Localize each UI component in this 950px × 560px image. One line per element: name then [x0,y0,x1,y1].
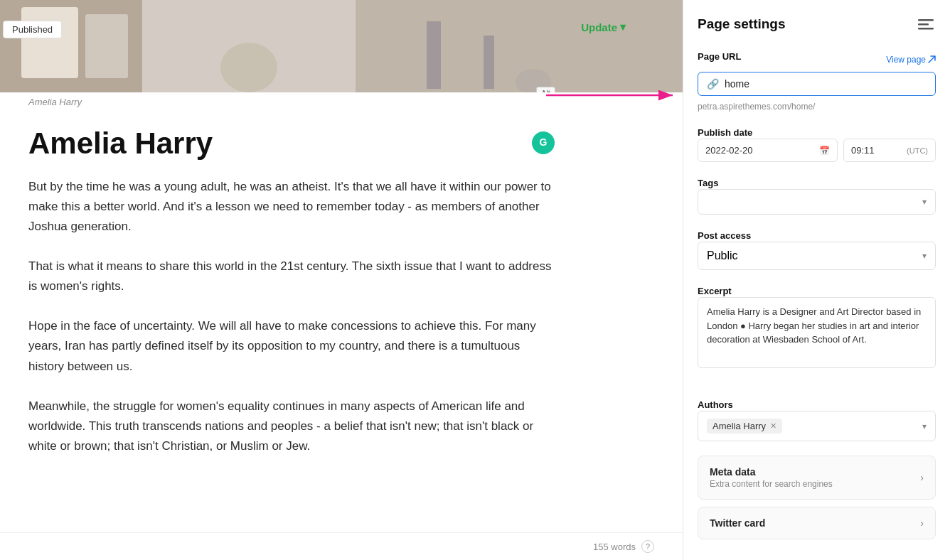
link-icon: 🔗 [707,78,719,90]
twitter-card-chevron: › [920,517,924,529]
author-remove-button[interactable]: ✕ [770,421,776,431]
meta-data-section[interactable]: Meta data Extra content for search engin… [698,456,936,500]
paragraph-4: Meanwhile, the struggle for women's equa… [28,397,555,456]
svg-rect-12 [918,19,934,21]
authors-section: Authors Amelia Harry ✕ ▾ [698,398,936,441]
svg-point-6 [220,43,277,92]
view-page-link[interactable]: View page [886,55,936,65]
meta-data-chevron: › [920,472,924,483]
twitter-card-left: Twitter card [710,517,765,529]
tags-label: Tags [698,178,718,188]
published-badge: Published [3,21,62,38]
calendar-icon: 📅 [819,146,830,156]
date-input[interactable]: 2022-02-20 📅 [698,139,838,162]
panel-title: Page settings [698,16,786,32]
word-count-bar: 155 words ? [0,532,683,560]
twitter-card-section[interactable]: Twitter card › [698,507,936,539]
authors-dropdown-arrow: ▾ [922,421,927,431]
grammarly-icon[interactable]: G [532,131,555,154]
excerpt-textarea[interactable]: Amelia Harry is a Designer and Art Direc… [698,297,936,368]
tags-dropdown[interactable]: ▾ [698,189,936,215]
svg-rect-13 [918,23,929,26]
url-input-wrapper[interactable]: 🔗 [698,72,936,96]
svg-rect-14 [918,28,934,30]
editor-content: Amelia Harry G But by the time he was a … [0,110,583,505]
page-url-label: Page URL [698,51,741,62]
post-title-area: Amelia Harry G [28,127,555,160]
post-access-dropdown[interactable]: Public ▾ [698,242,936,270]
author-tag: Amelia Harry ✕ [707,419,782,434]
excerpt-section: Excerpt Amelia Harry is a Designer and A… [698,284,936,385]
update-button[interactable]: Update ▾ [581,21,626,33]
publish-date-section: Publish date 2022-02-20 📅 09:11 (UTC) [698,126,936,162]
panel-header: Page settings [698,14,936,34]
time-input[interactable]: 09:11 (UTC) [843,139,936,162]
svg-rect-8 [484,36,494,89]
post-access-section: Post access Public ▾ [698,229,936,270]
post-title-text[interactable]: Amelia Harry [28,127,213,160]
twitter-card-title: Twitter card [710,517,765,529]
utc-label: (UTC) [907,146,928,155]
author-tag-name: Amelia Harry [712,421,766,431]
url-hint: petra.aspirethemes.com/home/ [698,102,936,112]
post-access-value: Public [707,249,738,262]
page-url-section: Page URL View page 🔗 petra.aspirethemes.… [698,51,936,112]
authors-label: Authors [698,399,733,410]
svg-rect-4 [21,7,78,78]
paragraph-2: That is what it means to share this worl… [28,257,555,296]
hero-image: Published Update ▾ Alt [0,0,683,92]
tags-section: Tags ▾ [698,176,936,215]
paragraph-3: Hope in the face of uncertainty. We will… [28,316,555,376]
url-input[interactable] [725,78,927,90]
svg-rect-5 [85,14,128,78]
arrow-annotation [546,87,681,104]
post-access-label: Post access [698,230,751,241]
word-count: 155 words [593,542,636,552]
meta-data-title: Meta data [710,466,833,478]
authors-dropdown[interactable]: Amelia Harry ✕ ▾ [698,411,936,441]
editor-area: Published Update ▾ Alt Amelia Harry Amel… [0,0,683,560]
paragraph-1: But by the time he was a young adult, he… [28,177,555,237]
settings-panel: Page settings Page URL View page 🔗 petra… [683,0,950,560]
meta-data-subtitle: Extra content for search engines [710,479,833,489]
date-row: 2022-02-20 📅 09:11 (UTC) [698,139,936,162]
post-access-arrow: ▾ [922,251,927,261]
tags-dropdown-arrow: ▾ [922,197,927,207]
svg-rect-7 [427,21,441,89]
update-button-area: Update ▾ [581,21,626,33]
page-url-header: Page URL View page [698,51,936,68]
meta-data-left: Meta data Extra content for search engin… [710,466,833,489]
excerpt-label: Excerpt [698,286,732,296]
publish-date-label: Publish date [698,127,752,138]
hero-image-placeholder [0,0,683,92]
word-count-help-icon[interactable]: ? [641,540,654,553]
panel-toggle-icon[interactable] [916,14,936,34]
